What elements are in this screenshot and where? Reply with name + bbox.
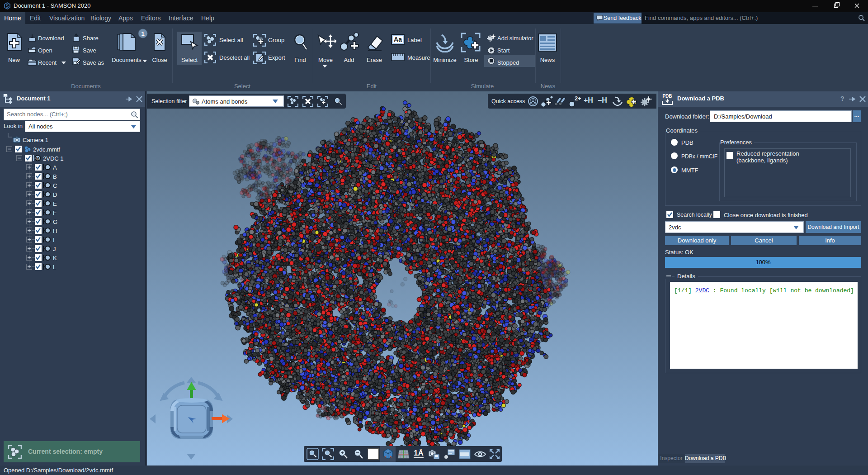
svg-text:Aa: Aa: [394, 36, 402, 43]
svg-text:PDB: PDB: [662, 94, 672, 99]
svg-text:M: M: [36, 156, 40, 161]
svg-text:2+: 2+: [575, 95, 581, 102]
svg-text:1: 1: [141, 30, 144, 37]
